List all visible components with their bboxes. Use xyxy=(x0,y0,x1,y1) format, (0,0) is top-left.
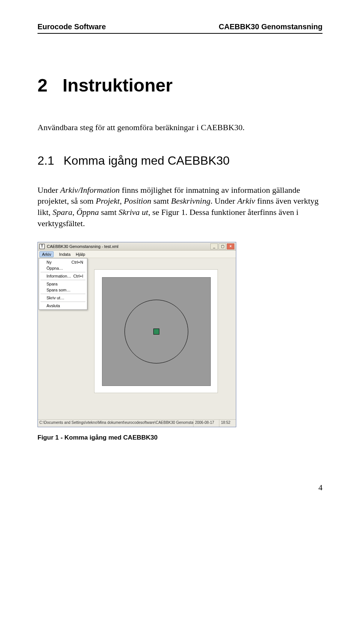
window-title: CAEBBK30 Genomstansning - test.xml xyxy=(47,244,208,249)
menu-item-skriv-ut[interactable]: Skriv ut… xyxy=(39,295,87,301)
menu-item-spara[interactable]: Spara xyxy=(39,281,87,287)
header-rule xyxy=(38,33,322,34)
menu-indata[interactable]: Indata xyxy=(59,252,70,257)
menu-hjalp[interactable]: Hjälp xyxy=(76,252,85,257)
body-paragraph: Under Arkiv/Information finns möjlighet … xyxy=(38,185,322,229)
chapter-title: Instruktioner xyxy=(63,75,172,95)
menubar: Arkiv Indata Hjälp xyxy=(38,251,236,258)
titlebar: T CAEBBK30 Genomstansning - test.xml _ ▢… xyxy=(38,242,236,251)
section-number: 2.1 xyxy=(38,154,54,168)
statusbar: C:\Documents and Settings\vtekno\Mina do… xyxy=(38,419,236,427)
chapter-number: 2 xyxy=(38,75,48,95)
section-heading: 2.1 Komma igång med CAEBBK30 xyxy=(38,154,322,168)
section-title: Komma igång med CAEBBK30 xyxy=(63,154,230,168)
status-path: C:\Documents and Settings\vtekno\Mina do… xyxy=(38,420,194,427)
status-date: 2006-08-17 xyxy=(194,420,219,427)
menu-item-oppna[interactable]: Öppna… xyxy=(39,265,87,271)
chapter-intro: Användbara steg för att genomföra beräkn… xyxy=(38,122,322,133)
column-square xyxy=(153,329,159,335)
figure-1: T CAEBBK30 Genomstansning - test.xml _ ▢… xyxy=(38,242,322,441)
app-body: Ny Ctrl+N Öppna… Information… Ctrl+I Spa… xyxy=(38,258,236,419)
menu-separator xyxy=(40,302,86,302)
header-right: CAEBBK30 Genomstansning xyxy=(219,23,322,31)
menu-separator xyxy=(40,294,86,294)
slab-rect xyxy=(102,277,211,386)
app-window: T CAEBBK30 Genomstansning - test.xml _ ▢… xyxy=(38,242,236,427)
window-close-button[interactable]: × xyxy=(227,243,234,249)
menu-arkiv[interactable]: Arkiv xyxy=(39,251,54,257)
menu-item-ny[interactable]: Ny Ctrl+N xyxy=(39,259,87,265)
chapter-heading: 2 Instruktioner xyxy=(38,75,322,96)
menu-item-information[interactable]: Information… Ctrl+I xyxy=(39,273,87,279)
header-left: Eurocode Software xyxy=(38,23,106,31)
menu-item-spara-som[interactable]: Spara som… xyxy=(39,287,87,293)
app-icon: T xyxy=(39,244,45,249)
window-maximize-button[interactable]: ▢ xyxy=(219,243,226,249)
page-number: 4 xyxy=(38,483,322,492)
status-time: 18:52 xyxy=(219,420,236,427)
menu-separator xyxy=(40,272,86,272)
arkiv-dropdown: Ny Ctrl+N Öppna… Information… Ctrl+I Spa… xyxy=(39,258,87,310)
drawing-canvas xyxy=(94,269,218,393)
window-minimize-button[interactable]: _ xyxy=(210,243,218,249)
menu-separator xyxy=(40,280,86,280)
figure-caption: Figur 1 - Komma igång med CAEBBK30 xyxy=(38,434,322,441)
menu-item-avsluta[interactable]: Avsluta xyxy=(39,303,87,309)
